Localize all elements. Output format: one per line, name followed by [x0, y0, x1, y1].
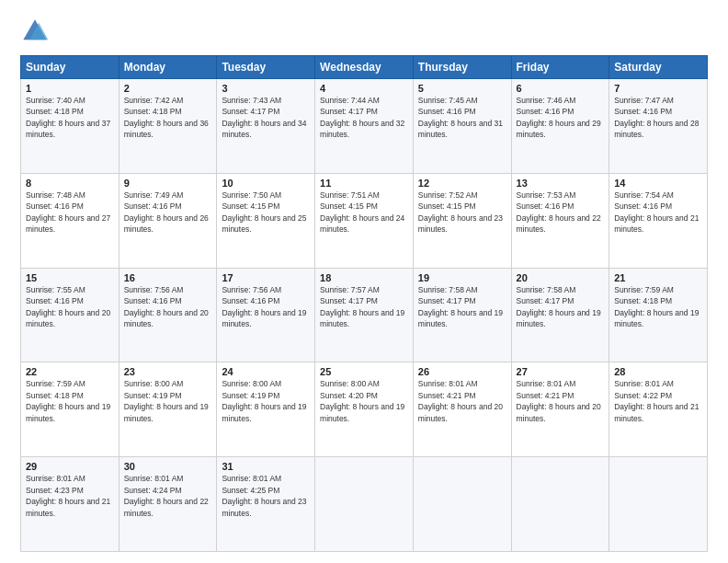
calendar-week-5: 29Sunrise: 8:01 AMSunset: 4:23 PMDayligh… [21, 457, 708, 552]
calendar-header-monday: Monday [119, 56, 217, 79]
day-number: 31 [222, 461, 310, 472]
day-info: Sunrise: 7:57 AMSunset: 4:17 PMDaylight:… [320, 285, 404, 328]
day-number: 29 [26, 461, 114, 472]
calendar-week-4: 22Sunrise: 7:59 AMSunset: 4:18 PMDayligh… [21, 362, 708, 457]
day-info: Sunrise: 7:44 AMSunset: 4:17 PMDaylight:… [320, 96, 404, 139]
calendar-cell: 24Sunrise: 8:00 AMSunset: 4:19 PMDayligh… [217, 362, 315, 457]
day-info: Sunrise: 7:50 AMSunset: 4:15 PMDaylight:… [222, 190, 306, 234]
calendar-cell: 11Sunrise: 7:51 AMSunset: 4:15 PMDayligh… [315, 173, 414, 268]
day-number: 21 [614, 272, 702, 283]
calendar-cell: 1Sunrise: 7:40 AMSunset: 4:18 PMDaylight… [21, 79, 119, 174]
calendar-cell: 7Sunrise: 7:47 AMSunset: 4:16 PMDaylight… [609, 79, 708, 174]
calendar-cell [315, 457, 414, 552]
day-number: 17 [222, 272, 310, 283]
calendar-cell: 17Sunrise: 7:56 AMSunset: 4:16 PMDayligh… [217, 268, 315, 362]
day-number: 14 [614, 178, 702, 189]
calendar-cell: 3Sunrise: 7:43 AMSunset: 4:17 PMDaylight… [217, 79, 315, 174]
day-info: Sunrise: 7:48 AMSunset: 4:16 PMDaylight:… [26, 190, 110, 234]
calendar-week-3: 15Sunrise: 7:55 AMSunset: 4:16 PMDayligh… [21, 268, 708, 362]
calendar-cell [609, 457, 708, 552]
calendar-cell: 18Sunrise: 7:57 AMSunset: 4:17 PMDayligh… [315, 268, 414, 362]
calendar-header-wednesday: Wednesday [315, 56, 414, 79]
calendar-header-tuesday: Tuesday [217, 56, 315, 79]
day-info: Sunrise: 7:51 AMSunset: 4:15 PMDaylight:… [320, 190, 404, 234]
day-number: 6 [517, 83, 605, 94]
day-info: Sunrise: 7:59 AMSunset: 4:18 PMDaylight:… [26, 379, 110, 422]
calendar-cell: 27Sunrise: 8:01 AMSunset: 4:21 PMDayligh… [511, 362, 609, 457]
calendar-header-row: SundayMondayTuesdayWednesdayThursdayFrid… [21, 56, 708, 79]
day-number: 26 [418, 366, 506, 377]
calendar-cell: 25Sunrise: 8:00 AMSunset: 4:20 PMDayligh… [315, 362, 414, 457]
calendar-cell: 20Sunrise: 7:58 AMSunset: 4:17 PMDayligh… [511, 268, 609, 362]
day-info: Sunrise: 7:40 AMSunset: 4:18 PMDaylight:… [26, 96, 110, 139]
calendar-cell: 10Sunrise: 7:50 AMSunset: 4:15 PMDayligh… [217, 173, 315, 268]
day-number: 7 [614, 83, 702, 94]
day-number: 27 [517, 366, 605, 377]
calendar-cell: 4Sunrise: 7:44 AMSunset: 4:17 PMDaylight… [315, 79, 414, 174]
day-info: Sunrise: 7:59 AMSunset: 4:18 PMDaylight:… [614, 285, 699, 328]
day-info: Sunrise: 7:46 AMSunset: 4:16 PMDaylight:… [517, 96, 601, 139]
day-info: Sunrise: 8:00 AMSunset: 4:20 PMDaylight:… [320, 379, 404, 422]
calendar-week-1: 1Sunrise: 7:40 AMSunset: 4:18 PMDaylight… [21, 79, 708, 174]
day-info: Sunrise: 8:01 AMSunset: 4:21 PMDaylight:… [418, 379, 503, 422]
calendar-cell: 31Sunrise: 8:01 AMSunset: 4:25 PMDayligh… [217, 457, 315, 552]
day-number: 15 [26, 272, 114, 283]
day-number: 18 [320, 272, 408, 283]
calendar-header-thursday: Thursday [413, 56, 511, 79]
day-info: Sunrise: 8:01 AMSunset: 4:22 PMDaylight:… [614, 379, 699, 422]
day-info: Sunrise: 7:58 AMSunset: 4:17 PMDaylight:… [418, 285, 503, 328]
day-info: Sunrise: 7:58 AMSunset: 4:17 PMDaylight:… [517, 285, 601, 328]
day-info: Sunrise: 7:42 AMSunset: 4:18 PMDaylight:… [124, 96, 209, 139]
day-info: Sunrise: 7:47 AMSunset: 4:16 PMDaylight:… [614, 96, 699, 139]
day-number: 5 [418, 83, 506, 94]
day-info: Sunrise: 8:00 AMSunset: 4:19 PMDaylight:… [222, 379, 306, 422]
day-info: Sunrise: 8:01 AMSunset: 4:24 PMDaylight:… [124, 474, 209, 517]
calendar-cell: 19Sunrise: 7:58 AMSunset: 4:17 PMDayligh… [413, 268, 511, 362]
day-number: 4 [320, 83, 408, 94]
day-number: 13 [517, 178, 605, 189]
day-number: 10 [222, 178, 310, 189]
day-info: Sunrise: 7:43 AMSunset: 4:17 PMDaylight:… [222, 96, 306, 139]
calendar-header-saturday: Saturday [609, 56, 708, 79]
day-number: 20 [517, 272, 605, 283]
day-number: 11 [320, 178, 408, 189]
calendar-cell: 14Sunrise: 7:54 AMSunset: 4:16 PMDayligh… [609, 173, 708, 268]
calendar-cell: 22Sunrise: 7:59 AMSunset: 4:18 PMDayligh… [21, 362, 119, 457]
calendar-cell: 8Sunrise: 7:48 AMSunset: 4:16 PMDaylight… [21, 173, 119, 268]
header [20, 17, 708, 46]
day-number: 16 [124, 272, 212, 283]
calendar-cell: 21Sunrise: 7:59 AMSunset: 4:18 PMDayligh… [609, 268, 708, 362]
calendar-cell: 5Sunrise: 7:45 AMSunset: 4:16 PMDaylight… [413, 79, 511, 174]
calendar-cell: 2Sunrise: 7:42 AMSunset: 4:18 PMDaylight… [119, 79, 217, 174]
day-info: Sunrise: 7:56 AMSunset: 4:16 PMDaylight:… [222, 285, 306, 328]
calendar-cell: 9Sunrise: 7:49 AMSunset: 4:16 PMDaylight… [119, 173, 217, 268]
day-number: 9 [124, 178, 212, 189]
day-info: Sunrise: 7:55 AMSunset: 4:16 PMDaylight:… [26, 285, 110, 328]
day-info: Sunrise: 8:00 AMSunset: 4:19 PMDaylight:… [124, 379, 209, 422]
calendar-cell: 23Sunrise: 8:00 AMSunset: 4:19 PMDayligh… [119, 362, 217, 457]
calendar-header-sunday: Sunday [21, 56, 119, 79]
calendar-cell: 12Sunrise: 7:52 AMSunset: 4:15 PMDayligh… [413, 173, 511, 268]
day-info: Sunrise: 7:53 AMSunset: 4:16 PMDaylight:… [517, 190, 601, 234]
logo [20, 17, 53, 46]
day-number: 3 [222, 83, 310, 94]
day-info: Sunrise: 7:49 AMSunset: 4:16 PMDaylight:… [124, 190, 209, 234]
calendar-cell: 6Sunrise: 7:46 AMSunset: 4:16 PMDaylight… [511, 79, 609, 174]
day-number: 1 [26, 83, 114, 94]
calendar-cell: 13Sunrise: 7:53 AMSunset: 4:16 PMDayligh… [511, 173, 609, 268]
day-number: 12 [418, 178, 506, 189]
day-info: Sunrise: 7:52 AMSunset: 4:15 PMDaylight:… [418, 190, 503, 234]
page: SundayMondayTuesdayWednesdayThursdayFrid… [0, 0, 728, 563]
day-number: 8 [26, 178, 114, 189]
day-info: Sunrise: 7:45 AMSunset: 4:16 PMDaylight:… [418, 96, 503, 139]
day-number: 19 [418, 272, 506, 283]
calendar-cell: 26Sunrise: 8:01 AMSunset: 4:21 PMDayligh… [413, 362, 511, 457]
day-number: 23 [124, 366, 212, 377]
day-number: 30 [124, 461, 212, 472]
day-info: Sunrise: 8:01 AMSunset: 4:25 PMDaylight:… [222, 474, 306, 517]
day-number: 2 [124, 83, 212, 94]
calendar-header-friday: Friday [511, 56, 609, 79]
day-number: 25 [320, 366, 408, 377]
calendar-cell: 30Sunrise: 8:01 AMSunset: 4:24 PMDayligh… [119, 457, 217, 552]
calendar-table: SundayMondayTuesdayWednesdayThursdayFrid… [20, 55, 708, 552]
